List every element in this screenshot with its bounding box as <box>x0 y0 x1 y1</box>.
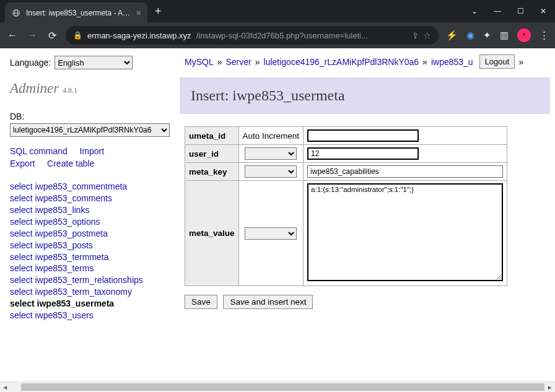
user-id-func-select[interactable] <box>245 147 297 160</box>
extensions-icon[interactable]: ✦ <box>483 30 491 41</box>
profile-avatar[interactable] <box>517 28 531 42</box>
field-type: Auto Increment <box>238 127 304 145</box>
meta-value-func-select[interactable] <box>245 227 297 240</box>
extension-icons: ⚡ ◉ ✦ ▥ ⋮ <box>446 28 549 42</box>
browser-toolbar: ← → ⟳ 🔒 erman-saga-yezi.instawp.xyz /ins… <box>0 22 555 48</box>
insert-form: umeta_id Auto Increment user_id meta_key… <box>176 114 555 314</box>
table-list: select iwpe853_commentmetaselect iwpe853… <box>10 181 168 321</box>
forward-icon: → <box>26 30 38 41</box>
scrollbar-thumb[interactable] <box>21 383 545 391</box>
sidebar-table-link[interactable]: select iwpe853_comments <box>10 193 168 204</box>
link-sql-command[interactable]: SQL command <box>10 146 68 156</box>
user-id-input[interactable] <box>307 147 419 160</box>
field-name: umeta_id <box>185 127 239 145</box>
tab-title: Insert: iwpe853_usermeta - Admi <box>26 9 131 17</box>
browser-tab[interactable]: Insert: iwpe853_usermeta - Admi × <box>5 2 147 24</box>
page: Language: English Adminer 4.8.1 DB: lule… <box>0 48 555 381</box>
db-label: DB: <box>10 111 168 121</box>
sidebar-table-link[interactable]: select iwpe853_termmeta <box>10 251 168 263</box>
page-title: Insert: iwpe853_usermeta <box>191 87 539 104</box>
field-name: meta_value <box>185 181 239 286</box>
crumb-engine[interactable]: MySQL <box>185 57 214 67</box>
sidebar-table-link[interactable]: select iwpe853_postmeta <box>10 228 168 240</box>
table-row: umeta_id Auto Increment <box>185 127 507 145</box>
star-icon[interactable]: ☆ <box>424 31 431 40</box>
chevron-down-icon[interactable]: ⌄ <box>471 7 478 15</box>
field-name: user_id <box>185 145 239 163</box>
maximize-icon[interactable]: ☐ <box>517 7 524 15</box>
reload-icon[interactable]: ⟳ <box>46 30 58 41</box>
link-export[interactable]: Export <box>10 159 35 168</box>
meta-key-func-select[interactable] <box>245 165 297 178</box>
scroll-left-icon[interactable]: ◄ <box>0 384 11 391</box>
link-create-table[interactable]: Create table <box>47 159 94 168</box>
fields-table: umeta_id Auto Increment user_id meta_key… <box>185 126 507 286</box>
sidebar-table-link[interactable]: select iwpe853_term_relationships <box>10 274 168 286</box>
link-import[interactable]: Import <box>79 146 104 156</box>
new-tab-button[interactable]: + <box>155 5 162 18</box>
brand-title: Adminer 4.8.1 <box>10 81 168 97</box>
page-title-bar: Insert: iwpe853_usermeta <box>180 77 550 114</box>
lock-icon: 🔒 <box>73 31 82 40</box>
db-select[interactable]: luletigoce4196_rLzAMiKpfPdl3RNkY0a6 <box>10 123 170 137</box>
close-window-icon[interactable]: ✕ <box>540 7 546 15</box>
meta-key-input[interactable] <box>307 165 503 178</box>
sidebar-table-link[interactable]: select iwpe853_usermeta <box>10 298 168 310</box>
tab-favicon-icon <box>11 8 21 18</box>
ext-eye-icon[interactable]: ◉ <box>466 30 474 41</box>
meta-value-textarea[interactable] <box>307 183 503 281</box>
table-row: user_id <box>185 145 507 163</box>
crumb-server[interactable]: Server <box>225 57 251 67</box>
sidebar-links: SQL command Import Export Create table <box>10 146 168 170</box>
horizontal-scrollbar[interactable]: ◄ ► <box>0 381 555 392</box>
minimize-icon[interactable]: ― <box>494 7 501 15</box>
main: MySQL » Server » luletigoce4196_rLzAMiKp… <box>176 48 555 381</box>
tab-close-icon[interactable]: × <box>136 8 141 18</box>
window-controls: ⌄ ― ☐ ✕ <box>471 7 555 15</box>
logout-button[interactable]: Logout <box>479 54 515 69</box>
brand-version: 4.8.1 <box>63 86 77 95</box>
sidebar-table-link[interactable]: select iwpe853_users <box>10 310 168 321</box>
language-label: Language: <box>10 58 51 68</box>
sidebar-table-link[interactable]: select iwpe853_commentmeta <box>10 181 168 193</box>
field-name: meta_key <box>185 163 239 181</box>
tabs-icon[interactable]: ▥ <box>500 30 509 41</box>
tab-strip: Insert: iwpe853_usermeta - Admi × + ⌄ ― … <box>0 0 555 22</box>
sidebar-table-link[interactable]: select iwpe853_links <box>10 204 168 216</box>
table-row: meta_value <box>185 181 507 286</box>
ext-bolt-icon[interactable]: ⚡ <box>446 30 458 41</box>
save-button[interactable]: Save <box>185 295 217 309</box>
address-bar[interactable]: 🔒 erman-saga-yezi.instawp.xyz /instawp-s… <box>66 26 439 45</box>
save-insert-next-button[interactable]: Save and insert next <box>223 295 313 309</box>
sidebar-table-link[interactable]: select iwpe853_term_taxonomy <box>10 286 168 298</box>
table-row: meta_key <box>185 163 507 181</box>
crumb-table[interactable]: iwpe853_u <box>431 57 473 67</box>
share-icon[interactable]: ⇪ <box>412 31 419 40</box>
sidebar-table-link[interactable]: select iwpe853_posts <box>10 240 168 251</box>
url-host: erman-saga-yezi.instawp.xyz <box>87 31 191 40</box>
browser-chrome: Insert: iwpe853_usermeta - Admi × + ⌄ ― … <box>0 0 555 48</box>
sidebar-table-link[interactable]: select iwpe853_options <box>10 216 168 228</box>
back-icon[interactable]: ← <box>6 30 19 41</box>
scroll-right-icon[interactable]: ► <box>544 384 555 391</box>
breadcrumb: MySQL » Server » luletigoce4196_rLzAMiKp… <box>176 48 555 74</box>
kebab-menu-icon[interactable]: ⋮ <box>540 30 549 41</box>
sidebar: Language: English Adminer 4.8.1 DB: lule… <box>0 48 176 381</box>
language-select[interactable]: English <box>55 56 133 69</box>
url-path: /instawp-sql-03fd2d76b5.php?username=lul… <box>196 31 407 40</box>
umeta-id-input[interactable] <box>307 129 419 142</box>
crumb-db[interactable]: luletigoce4196_rLzAMiKpfPdl3RNkY0a6 <box>264 57 419 67</box>
sidebar-table-link[interactable]: select iwpe853_terms <box>10 263 168 274</box>
